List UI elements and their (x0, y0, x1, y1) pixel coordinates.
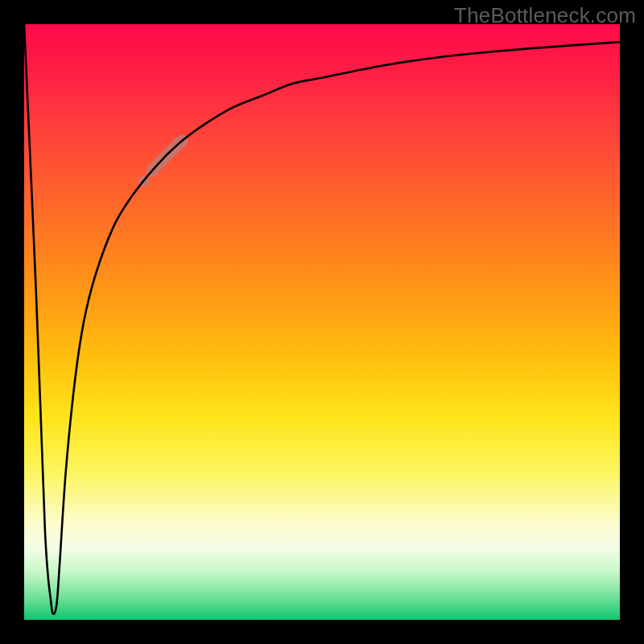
bottleneck-curve (24, 24, 620, 614)
plot-area (24, 24, 620, 620)
watermark-text: TheBottleneck.com (454, 3, 636, 28)
chart-frame: TheBottleneck.com (0, 0, 644, 644)
curve-layer (24, 24, 620, 620)
